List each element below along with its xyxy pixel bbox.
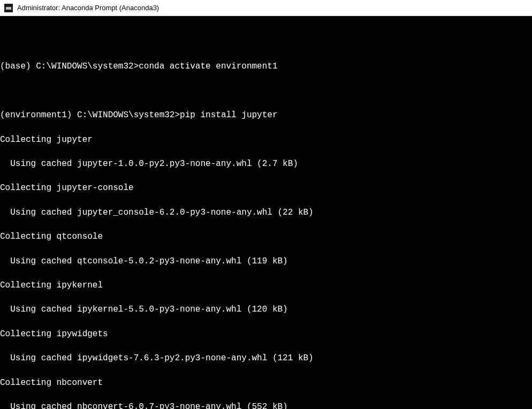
prompt-line-1: (base) C:\WINDOWS\system32>conda activat… — [0, 60, 532, 73]
output-line: Using cached jupyter_console-6.2.0-py3-n… — [0, 207, 532, 219]
window-title-bar: Administrator: Anaconda Prompt (Anaconda… — [0, 0, 532, 16]
output-line: Using cached ipywidgets-7.6.3-py2.py3-no… — [0, 352, 532, 365]
output-line: Collecting jupyter — [0, 134, 532, 146]
output-line: Collecting ipywidgets — [0, 328, 532, 340]
output-line: Collecting ipykernel — [0, 279, 532, 292]
output-line: Collecting qtconsole — [0, 231, 532, 243]
env-indicator: (environment1) — [0, 110, 77, 120]
terminal-content: (base) C:\WINDOWS\system32>conda activat… — [0, 40, 532, 409]
output-line: Using cached nbconvert-6.0.7-py3-none-an… — [0, 401, 532, 409]
window-title: Administrator: Anaconda Prompt (Anaconda… — [17, 4, 159, 12]
output-line: Using cached qtconsole-5.0.2-py3-none-an… — [0, 255, 532, 268]
prompt-path: C:\WINDOWS\system32> — [77, 110, 180, 120]
output-line: Collecting jupyter-console — [0, 182, 532, 194]
output-line: Using cached jupyter-1.0.0-py2.py3-none-… — [0, 158, 532, 170]
terminal-area[interactable]: (base) C:\WINDOWS\system32>conda activat… — [0, 16, 532, 409]
prompt-path: C:\WINDOWS\system32> — [36, 62, 139, 71]
blank-line — [0, 85, 532, 97]
env-indicator: (base) — [0, 62, 36, 71]
terminal-icon — [4, 4, 13, 12]
command-text: conda activate environment1 — [139, 62, 277, 71]
prompt-line-2: (environment1) C:\WINDOWS\system32>pip i… — [0, 109, 532, 122]
command-text: pip install jupyter — [180, 110, 277, 120]
output-line: Using cached ipykernel-5.5.0-py3-none-an… — [0, 304, 532, 316]
output-line: Collecting nbconvert — [0, 377, 532, 389]
